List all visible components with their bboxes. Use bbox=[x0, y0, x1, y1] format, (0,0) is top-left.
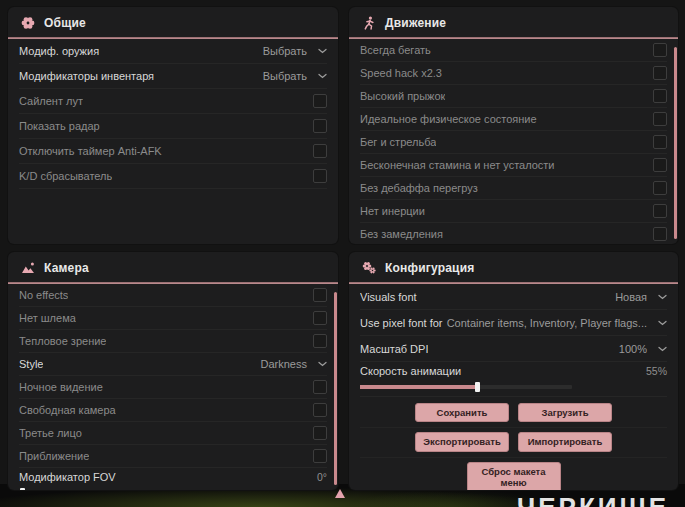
checkbox[interactable] bbox=[653, 43, 667, 57]
setting-row: Тепловое зрение bbox=[19, 330, 327, 353]
setting-label: No effects bbox=[19, 289, 68, 301]
dropdown-value: Новая bbox=[615, 291, 647, 303]
setting-label: Модификаторы инвентаря bbox=[19, 70, 154, 82]
config-button[interactable]: Импортировать bbox=[518, 432, 612, 451]
checkbox[interactable] bbox=[313, 380, 327, 394]
setting-label: Style bbox=[19, 358, 43, 370]
checkbox[interactable] bbox=[313, 449, 327, 463]
panel-movement-header: Движение bbox=[349, 7, 678, 39]
checkbox[interactable] bbox=[313, 119, 327, 133]
setting-label: Скорость анимации bbox=[360, 365, 646, 377]
setting-row: StyleDarkness bbox=[19, 353, 327, 376]
slider-handle[interactable] bbox=[20, 488, 25, 490]
setting-row: Сайлент лут bbox=[19, 89, 327, 114]
checkbox[interactable] bbox=[653, 66, 667, 80]
settings-list: Всегда бегатьSpeed hack x2.3Высокий прыж… bbox=[349, 39, 678, 244]
dropdown[interactable]: Выбрать bbox=[263, 70, 327, 82]
header-accent-line bbox=[8, 37, 338, 39]
setting-label: Speed hack x2.3 bbox=[360, 67, 442, 79]
setting-row: Use pixel font forContainer items, Inven… bbox=[360, 310, 667, 336]
checkbox[interactable] bbox=[313, 311, 327, 325]
slider-fill bbox=[360, 385, 477, 389]
slider-handle[interactable] bbox=[475, 382, 480, 392]
checkbox[interactable] bbox=[653, 135, 667, 149]
checkbox[interactable] bbox=[653, 158, 667, 172]
setting-row: Модиф. оружияВыбрать bbox=[19, 39, 327, 64]
slider-value: 0° bbox=[317, 471, 327, 483]
panel-camera-header: Камера bbox=[8, 252, 338, 284]
setting-row: Скорость анимации55% bbox=[360, 362, 667, 397]
config-buttons: СохранитьЗагрузитьЭкспортироватьИмпортир… bbox=[349, 397, 678, 490]
setting-label: Нет инерции bbox=[360, 205, 425, 217]
setting-label: Показать радар bbox=[19, 120, 100, 132]
button-row: Сброс макета меню bbox=[360, 458, 667, 490]
config-button[interactable]: Экспортировать bbox=[415, 432, 509, 451]
config-button[interactable]: Сброс макета меню bbox=[467, 462, 561, 490]
checkbox[interactable] bbox=[313, 334, 327, 348]
dropdown-value: Container items, Inventory, Player flags… bbox=[447, 317, 647, 329]
header-accent-line bbox=[8, 282, 338, 284]
checkbox[interactable] bbox=[313, 403, 327, 417]
panel-general: Общие Модиф. оружияВыбратьМодификаторы и… bbox=[8, 7, 338, 244]
dropdown[interactable]: Выбрать bbox=[263, 45, 327, 57]
panel-movement: Движение Всегда бегатьSpeed hack x2.3Выс… bbox=[349, 7, 678, 244]
panel-config-header: Конфигурация bbox=[349, 252, 678, 284]
checkbox[interactable] bbox=[313, 169, 327, 183]
panel-general-header: Общие bbox=[8, 7, 338, 39]
gears-icon bbox=[362, 261, 376, 275]
checkbox[interactable] bbox=[653, 227, 667, 241]
dropdown[interactable]: Новая bbox=[615, 291, 667, 303]
setting-label: Сайлент лут bbox=[19, 95, 83, 107]
checkbox[interactable] bbox=[313, 144, 327, 158]
checkbox[interactable] bbox=[653, 112, 667, 126]
setting-label: Приближение bbox=[19, 450, 89, 462]
chevron-down-icon bbox=[318, 361, 327, 367]
setting-row: Свободная камера bbox=[19, 399, 327, 422]
config-button[interactable]: Сохранить bbox=[415, 403, 509, 422]
dropdown-value: Выбрать bbox=[263, 70, 307, 82]
setting-row: Идеальное физическое состояние bbox=[360, 108, 667, 131]
setting-row: Ночное видение bbox=[19, 376, 327, 399]
dropdown[interactable]: Container items, Inventory, Player flags… bbox=[447, 317, 667, 329]
dropdown[interactable]: Darkness bbox=[261, 358, 327, 370]
setting-label: Третье лицо bbox=[19, 427, 82, 439]
dropdown-value: Darkness bbox=[261, 358, 307, 370]
setting-row: Нет шлема bbox=[19, 307, 327, 330]
checkbox[interactable] bbox=[313, 94, 327, 108]
button-row: СохранитьЗагрузить bbox=[360, 399, 667, 428]
dropdown-value: 100% bbox=[619, 343, 647, 355]
checkbox[interactable] bbox=[313, 288, 327, 302]
setting-row: Модификатор FOV0° bbox=[19, 468, 327, 490]
chevron-down-icon bbox=[318, 48, 327, 54]
scrollbar[interactable] bbox=[674, 47, 677, 239]
config-button[interactable]: Загрузить bbox=[518, 403, 612, 422]
panel-title: Камера bbox=[44, 261, 89, 275]
scrollbar[interactable] bbox=[334, 292, 337, 485]
header-accent-line bbox=[349, 37, 678, 39]
dropdown[interactable]: 100% bbox=[619, 343, 667, 355]
header-accent-line bbox=[349, 282, 678, 284]
flower-icon bbox=[21, 16, 35, 30]
setting-row: Visuals fontНовая bbox=[360, 284, 667, 310]
setting-label: K/D сбрасыватель bbox=[19, 170, 112, 182]
setting-row: K/D сбрасыватель bbox=[19, 164, 327, 189]
checkbox[interactable] bbox=[313, 426, 327, 440]
setting-label: Без дебаффа перегруз bbox=[360, 182, 478, 194]
setting-label: Без замедления bbox=[360, 228, 443, 240]
chevron-down-icon bbox=[658, 346, 667, 352]
checkbox[interactable] bbox=[653, 204, 667, 218]
setting-label: Нет шлема bbox=[19, 312, 76, 324]
setting-row: No effects bbox=[19, 284, 327, 307]
setting-label: Бесконечная стамина и нет усталости bbox=[360, 159, 555, 171]
checkbox[interactable] bbox=[653, 181, 667, 195]
panel-title: Конфигурация bbox=[385, 261, 474, 275]
checkbox[interactable] bbox=[653, 89, 667, 103]
watermark-text: ЧЕРКИШЕ bbox=[517, 492, 669, 507]
setting-row: Без дебаффа перегруз bbox=[360, 177, 667, 200]
slider[interactable] bbox=[360, 385, 572, 389]
setting-label: Масштаб DPI bbox=[360, 343, 428, 355]
panel-camera: Камера No effectsНет шлемаТепловое зрени… bbox=[8, 252, 338, 490]
image-icon bbox=[21, 261, 35, 275]
setting-label: Ночное видение bbox=[19, 381, 103, 393]
setting-label: Use pixel font for bbox=[360, 317, 443, 329]
